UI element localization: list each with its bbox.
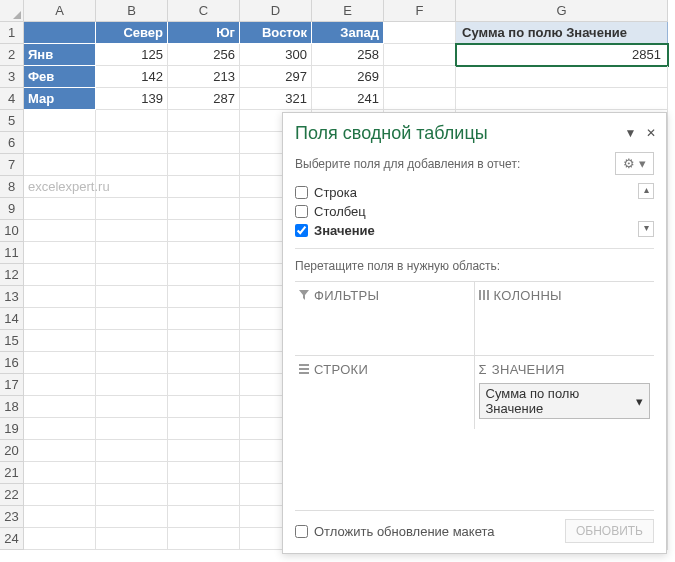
cell[interactable] [96,132,168,154]
row-header[interactable]: 16 [0,352,24,374]
cell[interactable] [96,110,168,132]
row-header[interactable]: 7 [0,154,24,176]
field-row[interactable]: Строка [295,183,654,202]
cell[interactable] [168,506,240,528]
cell[interactable] [96,154,168,176]
field-checkbox[interactable] [295,224,308,237]
cell[interactable] [24,242,96,264]
cell[interactable] [96,308,168,330]
cell[interactable]: 297 [240,66,312,88]
cell[interactable] [24,22,96,44]
cell[interactable] [168,374,240,396]
cell[interactable]: Мар [24,88,96,110]
row-header[interactable]: 21 [0,462,24,484]
row-header[interactable]: 17 [0,374,24,396]
cell[interactable] [96,176,168,198]
cell[interactable] [384,66,456,88]
cell[interactable] [96,352,168,374]
scroll-up-icon[interactable]: ▴ [638,183,654,199]
cell[interactable] [24,308,96,330]
col-header[interactable]: B [96,0,168,22]
row-header[interactable]: 5 [0,110,24,132]
cell[interactable] [96,484,168,506]
cell[interactable]: 269 [312,66,384,88]
row-header[interactable]: 3 [0,66,24,88]
cell[interactable] [24,462,96,484]
field-checkbox[interactable] [295,205,308,218]
cell[interactable] [24,154,96,176]
cell[interactable] [168,352,240,374]
cell[interactable] [96,462,168,484]
columns-zone[interactable]: КОЛОННЫ [475,281,655,355]
cell[interactable]: 241 [312,88,384,110]
cell[interactable] [168,484,240,506]
cell[interactable] [24,132,96,154]
cell[interactable] [96,242,168,264]
cell[interactable]: 142 [96,66,168,88]
cell[interactable] [24,506,96,528]
watermark-cell[interactable]: excelexpert.ru [24,176,96,198]
cell[interactable] [168,462,240,484]
cell[interactable] [96,264,168,286]
cell[interactable] [168,286,240,308]
cell[interactable] [96,440,168,462]
cell[interactable]: Янв [24,44,96,66]
cell[interactable]: 287 [168,88,240,110]
cell[interactable]: 213 [168,66,240,88]
cell[interactable] [168,528,240,550]
cell[interactable] [168,220,240,242]
col-header[interactable]: C [168,0,240,22]
row-header[interactable]: 4 [0,88,24,110]
col-header[interactable]: A [24,0,96,22]
cell[interactable]: 300 [240,44,312,66]
row-header[interactable]: 10 [0,220,24,242]
row-header[interactable]: 14 [0,308,24,330]
cell[interactable] [24,352,96,374]
cell[interactable] [24,484,96,506]
value-pill[interactable]: Сумма по полю Значение▾ [479,383,651,419]
row-header[interactable]: 1 [0,22,24,44]
row-header[interactable]: 2 [0,44,24,66]
row-header[interactable]: 6 [0,132,24,154]
cell[interactable] [168,198,240,220]
col-header[interactable]: E [312,0,384,22]
cell[interactable] [96,418,168,440]
cell[interactable] [168,308,240,330]
cell[interactable] [96,506,168,528]
cell[interactable] [24,528,96,550]
cell[interactable] [456,66,668,88]
pane-menu-icon[interactable]: ▼ [624,126,636,140]
row-header[interactable]: 12 [0,264,24,286]
col-header[interactable]: D [240,0,312,22]
close-icon[interactable]: ✕ [646,126,656,140]
cell[interactable]: Север [96,22,168,44]
defer-checkbox-row[interactable]: Отложить обновление макета [295,524,495,539]
cell[interactable]: Восток [240,22,312,44]
cell[interactable]: 321 [240,88,312,110]
cell[interactable] [384,44,456,66]
cell[interactable] [168,110,240,132]
row-header[interactable]: 13 [0,286,24,308]
cell[interactable] [168,330,240,352]
row-header[interactable]: 18 [0,396,24,418]
rows-zone[interactable]: СТРОКИ [295,355,475,429]
cell[interactable] [24,198,96,220]
pivot-header-cell[interactable]: Сумма по полю Значение [456,22,668,44]
cell[interactable]: 125 [96,44,168,66]
cell[interactable] [384,22,456,44]
defer-checkbox[interactable] [295,525,308,538]
gear-button[interactable]: ⚙ ▾ [615,152,654,175]
cell[interactable] [96,528,168,550]
scroll-down-icon[interactable]: ▾ [638,221,654,237]
select-all-corner[interactable] [0,0,24,22]
pivot-value-cell[interactable]: 2851 [456,44,668,66]
filters-zone[interactable]: ФИЛЬТРЫ [295,281,475,355]
cell[interactable]: Запад [312,22,384,44]
field-checkbox[interactable] [295,186,308,199]
cell[interactable] [168,242,240,264]
update-button[interactable]: ОБНОВИТЬ [565,519,654,543]
cell[interactable]: 256 [168,44,240,66]
row-header[interactable]: 9 [0,198,24,220]
col-header[interactable]: F [384,0,456,22]
cell[interactable] [24,396,96,418]
